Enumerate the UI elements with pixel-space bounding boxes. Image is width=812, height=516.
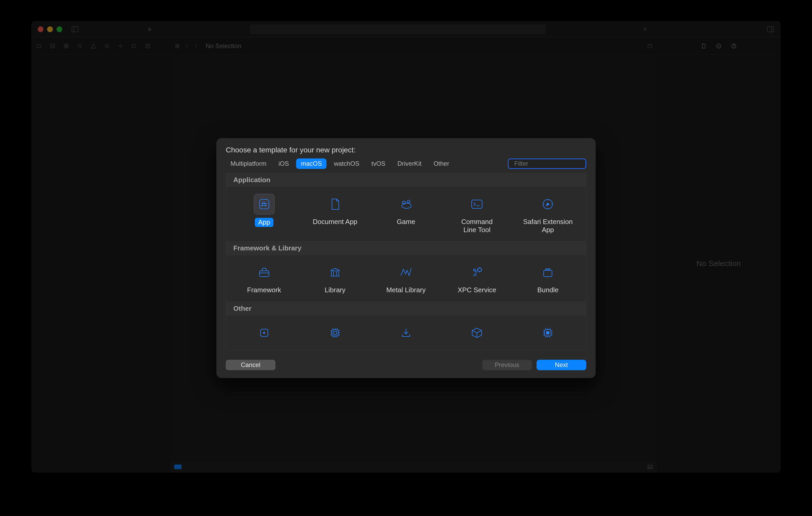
template-item[interactable]: Safari Extension App [513, 192, 583, 236]
section-body [226, 315, 586, 350]
template-item[interactable]: Command Line Tool [442, 192, 513, 236]
template-label: Command Line Tool [461, 218, 493, 234]
template-item[interactable]: XPC Service [442, 261, 513, 297]
svg-rect-31 [334, 331, 337, 334]
next-button[interactable]: Next [536, 360, 586, 370]
template-label: XPC Service [458, 286, 496, 294]
svg-rect-30 [332, 330, 338, 336]
svg-rect-27 [546, 269, 547, 271]
tools-icon [467, 263, 487, 282]
platform-tab-multiplatform[interactable]: Multiplatform [226, 158, 271, 169]
template-item[interactable] [229, 321, 299, 345]
document-icon [325, 194, 345, 214]
template-item[interactable]: Library [299, 261, 370, 297]
platform-tab-watchos[interactable]: watchOS [329, 158, 364, 169]
svg-rect-24 [260, 271, 269, 277]
platform-tab-driverkit[interactable]: DriverKit [393, 158, 426, 169]
template-sections: ApplicationAppDocument AppGameCommand Li… [226, 173, 586, 350]
template-label: Document App [313, 218, 357, 226]
template-item[interactable]: Bundle [513, 261, 583, 297]
template-item[interactable] [370, 321, 441, 345]
bundle-icon [538, 263, 558, 282]
platform-tab-tvos[interactable]: tvOS [367, 158, 390, 169]
filter-field[interactable] [508, 158, 586, 169]
filter-input[interactable] [514, 160, 593, 168]
svg-rect-26 [544, 271, 552, 277]
platform-tabs: MultiplatformiOSmacOSwatchOStvOSDriverKi… [226, 158, 507, 169]
sheet-title: Choose a template for your new project: [226, 146, 586, 154]
metal-icon [396, 263, 416, 282]
section-body: AppDocument AppGameCommand Line ToolSafa… [226, 187, 586, 241]
svg-rect-18 [260, 200, 269, 209]
package-icon [467, 323, 487, 343]
template-item[interactable] [299, 321, 370, 345]
library-icon [325, 263, 345, 282]
template-label: App [255, 218, 273, 227]
compass-icon [538, 194, 558, 214]
svg-rect-33 [546, 331, 549, 334]
download-icon [396, 323, 416, 343]
template-label: Metal Library [386, 286, 426, 294]
terminal-icon [467, 194, 487, 214]
section-header: Application [226, 173, 586, 187]
template-item[interactable]: Metal Library [370, 261, 441, 297]
toolbox-icon [254, 263, 274, 282]
template-label: Safari Extension App [523, 218, 573, 234]
template-item[interactable]: Game [370, 192, 441, 236]
template-item[interactable] [513, 321, 583, 345]
template-label: Bundle [537, 286, 558, 294]
cancel-button[interactable]: Cancel [226, 360, 276, 370]
template-label: Library [325, 286, 345, 294]
new-project-sheet: Choose a template for your new project: … [216, 138, 596, 378]
platform-row: MultiplatformiOSmacOSwatchOStvOSDriverKi… [226, 158, 586, 169]
launch-icon [254, 323, 274, 343]
template-label: Game [397, 218, 415, 226]
chip-icon [325, 323, 345, 343]
chip2-icon [538, 323, 558, 343]
template-item[interactable] [442, 321, 513, 345]
game-icon [396, 194, 416, 214]
section-body: FrameworkLibraryMetal LibraryXPC Service… [226, 255, 586, 302]
previous-button: Previous [482, 360, 532, 370]
section-header: Other [226, 302, 586, 315]
template-item[interactable]: Document App [299, 192, 370, 236]
svg-rect-22 [472, 200, 482, 208]
template-label: Framework [247, 286, 281, 294]
section-header: Framework & Library [226, 242, 586, 255]
svg-rect-28 [548, 269, 550, 271]
platform-tab-macos[interactable]: macOS [296, 158, 326, 169]
app-icon [254, 194, 274, 214]
template-item[interactable]: App [229, 192, 299, 236]
template-item[interactable]: Framework [229, 261, 299, 297]
platform-tab-other[interactable]: Other [429, 158, 454, 169]
platform-tab-ios[interactable]: iOS [273, 158, 293, 169]
sheet-buttons: Cancel Previous Next [226, 360, 586, 370]
